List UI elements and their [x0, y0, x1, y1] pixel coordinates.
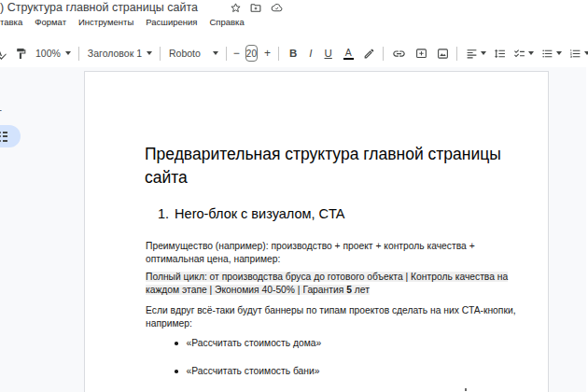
decrease-font-size-button[interactable]: −	[233, 47, 240, 60]
bullet-icon	[175, 370, 178, 373]
section-title: Hero-блок с визуалом, CTA	[175, 206, 344, 221]
show-outline-button[interactable]	[0, 125, 21, 147]
checklist-select[interactable]	[513, 48, 534, 60]
bullet-icon	[175, 342, 178, 345]
toolbar-divider	[383, 47, 384, 61]
text-cursor	[465, 388, 467, 391]
menu-help[interactable]: Справка	[209, 17, 244, 27]
cloud-saved-icon[interactable]	[270, 2, 284, 14]
numbered-list-select[interactable]	[569, 48, 588, 60]
document-canvas: + Предварительная структура главной стра…	[0, 67, 588, 392]
toolbar-divider	[78, 47, 79, 61]
chevron-down-icon	[147, 51, 152, 55]
increase-font-size-button[interactable]: +	[264, 47, 271, 60]
spellcheck-icon[interactable]	[0, 47, 7, 61]
font-select[interactable]: Roboto	[169, 48, 218, 59]
insert-link-icon[interactable]	[392, 47, 406, 61]
chevron-down-icon	[556, 51, 562, 55]
insert-image-icon[interactable]	[437, 48, 449, 60]
text-color-button[interactable]: A	[343, 47, 354, 61]
menu-bar: тавка Формат Инструменты Расширения Спра…	[0, 16, 245, 28]
toolbar-divider	[160, 47, 161, 61]
paragraph: Преимущество (например): производство + …	[146, 240, 542, 266]
chevron-down-icon	[481, 51, 486, 55]
document-page[interactable]: Предварительная структура главной страни…	[84, 71, 549, 392]
align-left-select[interactable]	[466, 48, 486, 60]
chevron-down-icon	[213, 51, 218, 55]
toolbar-divider	[278, 47, 279, 61]
menu-format[interactable]: Формат	[35, 17, 66, 27]
menu-insert-partial[interactable]: тавка	[0, 17, 22, 27]
document-heading: Предварительная структура главной страни…	[145, 143, 537, 189]
toolbar-divider	[226, 47, 227, 61]
toolbar: 100% Заголовок 1 Roboto − 20 + B I U A	[0, 41, 588, 65]
chevron-down-icon	[528, 51, 534, 55]
italic-button[interactable]: I	[309, 48, 312, 59]
star-icon[interactable]	[230, 2, 242, 14]
list-item: «Рассчитать стоимость бани»	[175, 365, 320, 377]
font-size-input[interactable]: 20	[245, 45, 258, 62]
paragraph-style-select[interactable]: Заголовок 1	[88, 48, 152, 59]
outline-icon	[0, 132, 7, 142]
title-bar: ) Структура главной страницы сайта	[0, 0, 588, 16]
menu-tools[interactable]: Инструменты	[78, 17, 133, 27]
highlight-color-icon[interactable]	[363, 48, 375, 60]
toolbar-divider	[456, 47, 457, 61]
move-folder-icon[interactable]	[249, 2, 262, 14]
line-spacing-icon[interactable]	[494, 48, 506, 60]
document-title[interactable]: ) Структура главной страницы сайта	[0, 1, 198, 14]
current-color-swatch	[343, 58, 354, 61]
highlighted-paragraph: Полный цикл: от производства бруса до го…	[146, 271, 542, 297]
section-heading: 1. Hero-блок с визуалом, CTA	[158, 206, 344, 221]
add-comment-icon[interactable]	[415, 48, 427, 60]
chevron-down-icon	[584, 51, 588, 55]
menu-extensions[interactable]: Расширения	[146, 17, 197, 27]
bold-button[interactable]: B	[289, 48, 297, 59]
paint-format-icon[interactable]	[15, 48, 27, 60]
underline-button[interactable]: U	[325, 48, 332, 59]
zoom-select[interactable]: 100%	[35, 48, 71, 59]
paragraph: Если вдруг всё-таки будут баннеры по тип…	[146, 304, 542, 330]
bulleted-list-select[interactable]	[541, 48, 562, 60]
list-item: «Рассчитать стоимость дома»	[175, 337, 321, 349]
add-tab-button[interactable]: +	[0, 103, 2, 118]
section-number: 1.	[158, 206, 169, 221]
chevron-down-icon	[65, 51, 71, 55]
